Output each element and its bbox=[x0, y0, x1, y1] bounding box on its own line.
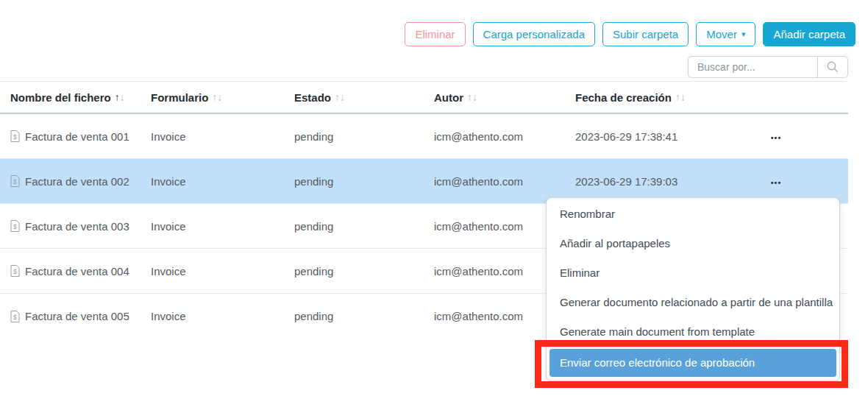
file-name: Factura de venta 002 bbox=[25, 175, 129, 188]
sort-asc-icon[interactable]: ↑ bbox=[467, 91, 472, 103]
cell-formulario: Invoice bbox=[151, 175, 294, 188]
cell-estado: pending bbox=[294, 130, 434, 143]
chevron-down-icon: ▾ bbox=[741, 30, 746, 38]
svg-text:$: $ bbox=[13, 313, 17, 320]
sort-asc-icon[interactable]: ↑ bbox=[675, 91, 680, 103]
menu-item-enviar-correo-aprobacion[interactable]: Enviar correo electrónico de aprobación bbox=[549, 349, 836, 377]
sort-desc-icon[interactable]: ↓ bbox=[680, 91, 686, 103]
invoice-document-icon: $ bbox=[10, 175, 20, 187]
column-header-formulario[interactable]: Formulario ↑ ↓ bbox=[151, 91, 294, 104]
search-icon bbox=[826, 60, 839, 74]
cell-autor: icm@athento.com bbox=[434, 130, 575, 143]
mover-label: Mover bbox=[706, 28, 737, 40]
menu-item-eliminar[interactable]: Eliminar bbox=[547, 258, 839, 288]
document-manager-screen: Eliminar Carga personalizada Subir carpe… bbox=[0, 0, 868, 396]
invoice-document-icon: $ bbox=[10, 265, 20, 277]
carga-personalizada-button[interactable]: Carga personalizada bbox=[473, 22, 595, 46]
subir-carpeta-button[interactable]: Subir carpeta bbox=[602, 22, 689, 46]
sort-desc-icon[interactable]: ↓ bbox=[472, 91, 477, 103]
svg-text:$: $ bbox=[13, 178, 17, 185]
eliminar-button[interactable]: Eliminar bbox=[405, 22, 465, 46]
file-name: Factura de venta 003 bbox=[25, 220, 129, 233]
search-input[interactable] bbox=[688, 56, 817, 78]
sort-desc-icon[interactable]: ↓ bbox=[340, 91, 345, 103]
invoice-document-icon: $ bbox=[10, 130, 20, 142]
invoice-document-icon: $ bbox=[10, 220, 20, 232]
sort-asc-icon[interactable]: ↑ bbox=[335, 91, 340, 103]
menu-item-anadir-al-portapapeles[interactable]: Añadir al portapapeles bbox=[547, 229, 839, 258]
row-actions-kebab-icon[interactable]: ••• bbox=[771, 133, 782, 142]
sort-desc-icon[interactable]: ↓ bbox=[217, 91, 222, 103]
cell-autor: icm@athento.com bbox=[434, 175, 575, 188]
menu-item-generar-documento-relacionado[interactable]: Generar documento relacionado a partir d… bbox=[547, 288, 839, 317]
cell-formulario: Invoice bbox=[151, 130, 294, 143]
file-name: Factura de venta 001 bbox=[25, 130, 129, 143]
toolbar: Eliminar Carga personalizada Subir carpe… bbox=[405, 22, 855, 46]
menu-item-generate-main-document[interactable]: Generate main document from template bbox=[547, 317, 839, 347]
cell-estado: pending bbox=[294, 220, 434, 233]
cell-formulario: Invoice bbox=[151, 220, 294, 233]
table-row[interactable]: $ Factura de venta 001 Invoice pending i… bbox=[0, 114, 848, 159]
menu-item-renombrar[interactable]: Renombrar bbox=[547, 199, 839, 229]
sort-asc-icon[interactable]: ↑ bbox=[212, 91, 217, 103]
svg-text:$: $ bbox=[13, 268, 17, 275]
table-header-row: Nombre del fichero ↑ ↓ Formulario ↑ ↓ Es… bbox=[0, 82, 848, 114]
cell-formulario: Invoice bbox=[151, 265, 294, 277]
row-context-menu: Renombrar Añadir al portapapeles Elimina… bbox=[546, 197, 840, 381]
sort-asc-icon[interactable]: ↑ bbox=[115, 91, 120, 103]
svg-text:$: $ bbox=[13, 133, 17, 141]
search-bar bbox=[688, 56, 848, 78]
sort-desc-icon[interactable]: ↓ bbox=[120, 91, 125, 103]
svg-text:$: $ bbox=[13, 223, 17, 230]
file-name: Factura de venta 004 bbox=[25, 265, 129, 277]
cell-estado: pending bbox=[294, 265, 434, 277]
search-button[interactable] bbox=[817, 56, 848, 78]
mover-dropdown-button[interactable]: Mover ▾ bbox=[696, 22, 755, 46]
cell-fecha: 2023-06-29 17:38:41 bbox=[575, 130, 736, 143]
cell-estado: pending bbox=[294, 310, 434, 322]
row-actions-kebab-icon[interactable]: ••• bbox=[771, 178, 782, 187]
file-name: Factura de venta 005 bbox=[25, 310, 129, 322]
anadir-carpeta-button[interactable]: Añadir carpeta bbox=[763, 22, 855, 46]
column-header-autor[interactable]: Autor ↑ ↓ bbox=[434, 91, 575, 104]
column-header-estado[interactable]: Estado ↑ ↓ bbox=[294, 91, 434, 104]
column-header-fecha-creacion[interactable]: Fecha de creación ↑ ↓ bbox=[575, 91, 736, 104]
column-header-nombre[interactable]: Nombre del fichero ↑ ↓ bbox=[0, 91, 151, 104]
invoice-document-icon: $ bbox=[10, 311, 20, 322]
cell-fecha: 2023-06-29 17:39:03 bbox=[575, 175, 736, 188]
cell-estado: pending bbox=[294, 175, 434, 188]
cell-formulario: Invoice bbox=[151, 310, 294, 322]
